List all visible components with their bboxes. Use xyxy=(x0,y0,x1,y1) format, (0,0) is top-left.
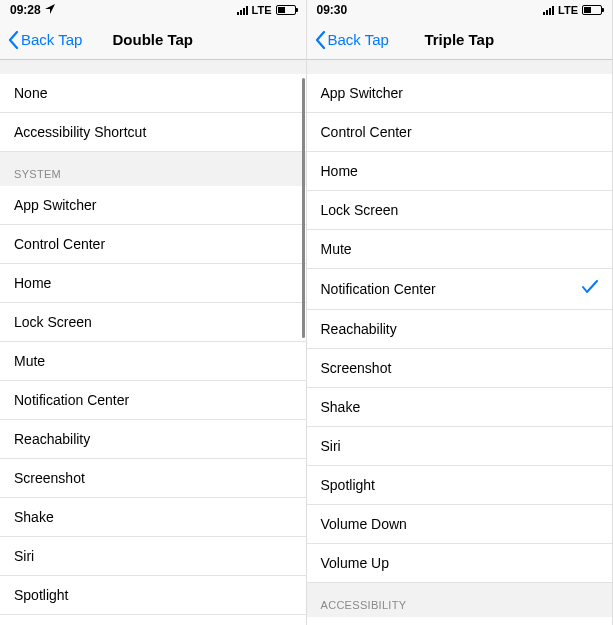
list-item-label: Notification Center xyxy=(321,281,436,297)
back-label: Back Tap xyxy=(328,31,389,48)
network-label: LTE xyxy=(558,4,578,16)
signal-icon xyxy=(543,6,554,15)
settings-list[interactable]: App SwitcherControl CenterHomeLock Scree… xyxy=(307,60,613,625)
nav-bar: Back Tap Double Tap xyxy=(0,20,306,60)
list-item[interactable]: Reachability xyxy=(0,420,306,459)
list-item-label: Screenshot xyxy=(321,360,392,376)
status-bar: 09:30 LTE xyxy=(307,0,613,20)
list-item[interactable]: Screenshot xyxy=(307,349,613,388)
list-item[interactable]: Home xyxy=(0,264,306,303)
list-item[interactable]: Volume Up xyxy=(307,544,613,583)
list-item[interactable]: Siri xyxy=(307,427,613,466)
list-item[interactable]: Spotlight xyxy=(307,466,613,505)
list-item[interactable]: Lock Screen xyxy=(0,303,306,342)
list-item[interactable]: App Switcher xyxy=(307,74,613,113)
list-item[interactable]: Shake xyxy=(307,388,613,427)
list-item[interactable]: Spotlight xyxy=(0,576,306,615)
list-item[interactable]: Accessibility Shortcut xyxy=(0,113,306,152)
list-item-label: Reachability xyxy=(14,431,90,447)
list-item-label: Mute xyxy=(321,241,352,257)
list-item[interactable]: Shake xyxy=(0,498,306,537)
list-item-label: Siri xyxy=(321,438,341,454)
list-item[interactable]: Mute xyxy=(0,342,306,381)
list-item-label: Shake xyxy=(321,399,361,415)
battery-icon xyxy=(276,5,296,15)
screen-triple-tap: 09:30 LTE Back Tap Triple Tap App Switch… xyxy=(307,0,614,625)
nav-bar: Back Tap Triple Tap xyxy=(307,20,613,60)
list-item[interactable]: Home xyxy=(307,152,613,191)
list-item[interactable]: AssistiveTouch xyxy=(307,617,613,625)
back-button[interactable]: Back Tap xyxy=(315,31,389,49)
spacer xyxy=(307,60,613,74)
status-bar: 09:28 LTE xyxy=(0,0,306,20)
list-item-label: Home xyxy=(321,163,358,179)
list-item-label: Spotlight xyxy=(321,477,375,493)
list-item-label: Volume Up xyxy=(321,555,389,571)
screen-double-tap: 09:28 LTE Back Tap Double Tap NoneAccess… xyxy=(0,0,307,625)
section-header: ACCESSIBILITY xyxy=(307,583,613,617)
list-item-label: Lock Screen xyxy=(14,314,92,330)
list-item-label: App Switcher xyxy=(14,197,96,213)
list-item-label: Mute xyxy=(14,353,45,369)
list-item-label: Home xyxy=(14,275,51,291)
list-item[interactable]: App Switcher xyxy=(0,186,306,225)
settings-list[interactable]: NoneAccessibility ShortcutSYSTEMApp Swit… xyxy=(0,60,306,625)
list-item-label: Volume Down xyxy=(321,516,407,532)
list-item-label: Accessibility Shortcut xyxy=(14,124,146,140)
check-icon xyxy=(582,280,598,298)
list-item[interactable]: Lock Screen xyxy=(307,191,613,230)
list-item[interactable]: None xyxy=(0,74,306,113)
list-item[interactable]: Notification Center xyxy=(0,381,306,420)
section-header: SYSTEM xyxy=(0,152,306,186)
network-label: LTE xyxy=(252,4,272,16)
location-icon xyxy=(45,3,55,17)
list-item[interactable]: Control Center xyxy=(307,113,613,152)
list-item-label: None xyxy=(14,85,47,101)
list-item[interactable]: Volume Down xyxy=(0,615,306,625)
list-item[interactable]: Control Center xyxy=(0,225,306,264)
status-time: 09:30 xyxy=(317,3,348,17)
list-item[interactable]: Siri xyxy=(0,537,306,576)
signal-icon xyxy=(237,6,248,15)
status-time: 09:28 xyxy=(10,3,41,17)
battery-icon xyxy=(582,5,602,15)
list-item-label: Screenshot xyxy=(14,470,85,486)
list-item[interactable]: Mute xyxy=(307,230,613,269)
list-item-label: Siri xyxy=(14,548,34,564)
spacer xyxy=(0,60,306,74)
back-button[interactable]: Back Tap xyxy=(8,31,82,49)
list-item-label: Reachability xyxy=(321,321,397,337)
list-item[interactable]: Screenshot xyxy=(0,459,306,498)
list-item-label: Control Center xyxy=(321,124,412,140)
list-item-label: App Switcher xyxy=(321,85,403,101)
scroll-indicator xyxy=(302,78,305,338)
back-label: Back Tap xyxy=(21,31,82,48)
list-item[interactable]: Notification Center xyxy=(307,269,613,310)
list-item-label: Spotlight xyxy=(14,587,68,603)
list-item-label: Notification Center xyxy=(14,392,129,408)
list-item-label: Lock Screen xyxy=(321,202,399,218)
list-item[interactable]: Reachability xyxy=(307,310,613,349)
list-item[interactable]: Volume Down xyxy=(307,505,613,544)
list-item-label: Shake xyxy=(14,509,54,525)
list-item-label: Control Center xyxy=(14,236,105,252)
